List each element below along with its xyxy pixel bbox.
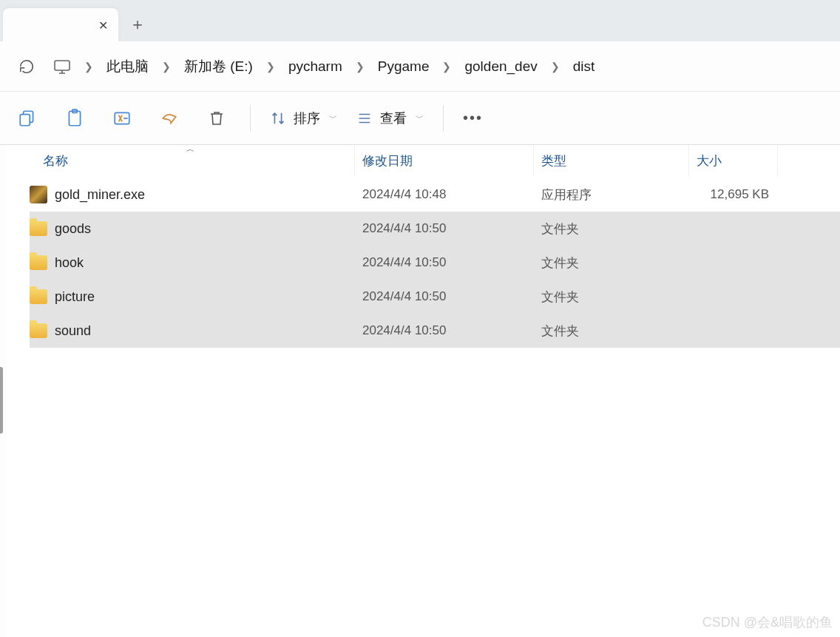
file-name: picture bbox=[55, 289, 95, 305]
breadcrumb-item[interactable]: 此电脑 bbox=[106, 57, 149, 76]
file-type: 文件夹 bbox=[534, 220, 689, 237]
view-label: 查看 bbox=[380, 109, 407, 127]
close-icon[interactable]: ✕ bbox=[98, 18, 108, 33]
tab-current[interactable]: ✕ bbox=[3, 8, 118, 42]
folder-icon bbox=[30, 255, 47, 270]
tab-bar: ✕ ＋ bbox=[0, 0, 840, 41]
column-size[interactable]: 大小 bbox=[689, 145, 778, 177]
file-name: sound bbox=[55, 323, 91, 339]
chevron-right-icon[interactable]: ❯ bbox=[266, 61, 275, 73]
file-name: goods bbox=[55, 221, 91, 237]
new-tab-button[interactable]: ＋ bbox=[123, 10, 152, 39]
monitor-icon[interactable] bbox=[53, 59, 71, 74]
chevron-right-icon[interactable]: ❯ bbox=[356, 61, 365, 73]
sort-asc-icon: ︿ bbox=[186, 144, 194, 155]
file-name: hook bbox=[55, 255, 84, 271]
chevron-down-icon: ﹀ bbox=[329, 112, 337, 124]
file-type: 文件夹 bbox=[534, 289, 689, 306]
breadcrumb-item[interactable]: pycharm bbox=[288, 58, 342, 75]
scrollbar-track[interactable] bbox=[0, 145, 6, 637]
chevron-right-icon[interactable]: ❯ bbox=[84, 61, 93, 73]
exe-icon bbox=[30, 186, 47, 203]
table-row[interactable]: gold_miner.exe2024/4/4 10:48应用程序12,695 K… bbox=[30, 178, 840, 212]
sort-label: 排序 bbox=[294, 109, 320, 127]
divider bbox=[250, 105, 251, 132]
svg-rect-0 bbox=[55, 61, 70, 70]
breadcrumb: ❯ 此电脑 ❯ 新加卷 (E:) ❯ pycharm ❯ Pygame ❯ go… bbox=[53, 57, 595, 76]
svg-rect-2 bbox=[20, 114, 30, 125]
divider bbox=[443, 105, 444, 132]
file-modified: 2024/4/4 10:48 bbox=[355, 187, 534, 202]
view-button[interactable]: 查看 ﹀ bbox=[356, 109, 424, 127]
table-row[interactable]: goods2024/4/4 10:50文件夹 bbox=[30, 212, 840, 246]
table-row[interactable]: sound2024/4/4 10:50文件夹 bbox=[30, 314, 840, 348]
column-type[interactable]: 类型 bbox=[534, 145, 689, 177]
file-type: 应用程序 bbox=[534, 186, 689, 203]
paste-icon[interactable] bbox=[61, 104, 89, 132]
chevron-right-icon[interactable]: ❯ bbox=[442, 61, 451, 73]
breadcrumb-item[interactable]: dist bbox=[573, 58, 595, 75]
file-type: 文件夹 bbox=[534, 255, 689, 272]
column-modified[interactable]: 修改日期 bbox=[355, 145, 534, 177]
file-modified: 2024/4/4 10:50 bbox=[355, 289, 534, 304]
folder-icon bbox=[30, 289, 47, 304]
table-row[interactable]: hook2024/4/4 10:50文件夹 bbox=[30, 246, 840, 280]
rows-container: gold_miner.exe2024/4/4 10:48应用程序12,695 K… bbox=[30, 178, 840, 348]
file-name: gold_miner.exe bbox=[55, 187, 145, 203]
file-type: 文件夹 bbox=[534, 323, 689, 340]
table-row[interactable]: picture2024/4/4 10:50文件夹 bbox=[30, 280, 840, 314]
refresh-icon[interactable] bbox=[18, 58, 35, 75]
more-icon[interactable]: ••• bbox=[463, 109, 483, 127]
content-area: 名称 ︿ 修改日期 类型 大小 gold_miner.exe2024/4/4 1… bbox=[0, 145, 840, 637]
file-modified: 2024/4/4 10:50 bbox=[355, 323, 534, 338]
chevron-down-icon: ﹀ bbox=[416, 112, 424, 124]
file-modified: 2024/4/4 10:50 bbox=[355, 255, 534, 270]
scrollbar-thumb[interactable] bbox=[0, 367, 3, 434]
share-icon[interactable] bbox=[155, 104, 183, 132]
breadcrumb-item[interactable]: Pygame bbox=[378, 58, 430, 75]
sort-button[interactable]: 排序 ﹀ bbox=[270, 109, 337, 127]
breadcrumb-item[interactable]: golden_dev bbox=[464, 58, 537, 75]
chevron-right-icon[interactable]: ❯ bbox=[162, 61, 171, 73]
chevron-right-icon[interactable]: ❯ bbox=[551, 61, 560, 73]
folder-icon bbox=[30, 323, 47, 338]
address-bar: ❯ 此电脑 ❯ 新加卷 (E:) ❯ pycharm ❯ Pygame ❯ go… bbox=[0, 41, 840, 92]
breadcrumb-item[interactable]: 新加卷 (E:) bbox=[184, 57, 253, 76]
cut-icon[interactable] bbox=[13, 104, 41, 132]
folder-icon bbox=[30, 221, 47, 236]
column-name[interactable]: 名称 ︿ bbox=[30, 145, 355, 177]
file-modified: 2024/4/4 10:50 bbox=[355, 221, 534, 236]
delete-icon[interactable] bbox=[203, 104, 231, 132]
rename-icon[interactable] bbox=[108, 104, 136, 132]
file-list: 名称 ︿ 修改日期 类型 大小 gold_miner.exe2024/4/4 1… bbox=[6, 145, 840, 637]
column-headers: 名称 ︿ 修改日期 类型 大小 bbox=[30, 145, 840, 178]
file-size: 12,695 KB bbox=[689, 187, 778, 202]
toolbar: 排序 ﹀ 查看 ﹀ ••• bbox=[0, 92, 840, 145]
